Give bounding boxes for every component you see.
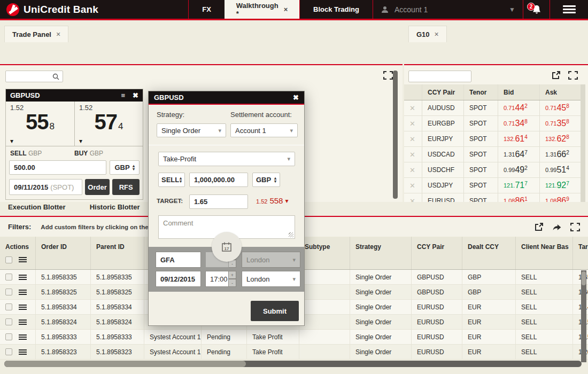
tab-close-icon[interactable]: × xyxy=(56,30,60,38)
ask-cell[interactable]: 0.99514 xyxy=(540,162,581,177)
tab-walkthrough[interactable]: Walkthrough * × xyxy=(225,0,299,19)
ask-cell[interactable]: 1.31662 xyxy=(540,147,581,162)
remove-row-icon[interactable]: ✕ xyxy=(409,182,415,190)
blotter-row[interactable]: 5.1.89583235.1.8958323Systest Account 1P… xyxy=(0,345,588,360)
row-menu-icon[interactable] xyxy=(19,274,27,281)
col-target[interactable]: Targ xyxy=(573,237,588,269)
popout-icon[interactable] xyxy=(552,71,561,80)
rates-row[interactable]: ✕USDCADSPOT1.316471.31662 xyxy=(404,147,581,162)
remove-row-icon[interactable]: ✕ xyxy=(409,120,415,128)
row-checkbox[interactable] xyxy=(5,348,12,355)
rates-scrollbar[interactable] xyxy=(581,84,585,202)
ask-cell[interactable]: 1.08869 xyxy=(540,193,581,202)
blotter-vertical-scrollbar[interactable] xyxy=(581,270,586,362)
row-menu-icon[interactable] xyxy=(19,303,27,311)
actions-menu-icon[interactable] xyxy=(19,256,27,263)
bid-cell[interactable]: 0.99492 xyxy=(498,162,540,177)
bid-cell[interactable]: 1.31647 xyxy=(498,147,540,162)
rates-row[interactable]: ✕EURUSDSPOT1.088611.08869 xyxy=(404,193,581,202)
col-subtype[interactable]: Subtype xyxy=(299,237,350,269)
blotter-row[interactable]: 5.1.89583335.1.8958333Systest Account 1P… xyxy=(0,330,588,345)
bid-cell[interactable]: 121.717 xyxy=(498,178,540,193)
ask-cell[interactable]: 132.628 xyxy=(540,131,581,146)
sell-price-tile[interactable]: 1.52 55 8 ▾ xyxy=(6,102,74,146)
share-icon[interactable] xyxy=(552,223,562,231)
submit-button[interactable]: Submit xyxy=(251,301,299,321)
calendar-toggle[interactable]: 17 xyxy=(212,232,242,262)
bid-cell[interactable]: 1.08861 xyxy=(498,193,540,202)
resize-handle-icon[interactable] xyxy=(289,232,293,237)
tab-fx[interactable]: FX xyxy=(188,0,225,19)
ask-cell[interactable]: 0.71458 xyxy=(540,100,581,115)
spinner-buttons[interactable]: +- xyxy=(229,271,236,287)
rates-row[interactable]: ✕EURJPYSPOT132.614132.628 xyxy=(404,131,581,147)
side-select[interactable]: SELL ▴▾ xyxy=(158,173,185,187)
remove-row-icon[interactable]: ✕ xyxy=(409,166,415,174)
amount-input[interactable]: 500.00 xyxy=(9,160,106,175)
fullscreen-icon[interactable] xyxy=(568,71,578,80)
expiry-time-input[interactable]: 17:00 xyxy=(205,271,229,287)
bid-cell[interactable]: 0.71442 xyxy=(498,100,540,115)
notifications-button[interactable]: 2 xyxy=(523,0,550,19)
tab-trade-panel[interactable]: Trade Panel × xyxy=(4,26,68,42)
col-ccy-pair[interactable]: CCY Pair xyxy=(412,237,462,269)
dialog-close-icon[interactable]: ✖ xyxy=(293,94,299,102)
row-menu-icon[interactable] xyxy=(19,348,27,356)
col-parent-id[interactable]: Parent ID xyxy=(91,237,144,269)
market-rate[interactable]: 1.52558 ▾ xyxy=(256,196,288,205)
col-order-id[interactable]: Order ID xyxy=(36,237,91,269)
col-tenor[interactable]: Tenor xyxy=(464,84,498,100)
col-ask[interactable]: Ask xyxy=(540,84,581,100)
dialog-currency-select[interactable]: GBP ▴▾ xyxy=(252,173,280,187)
buy-price-tile[interactable]: 1.52 57 4 ▾ xyxy=(74,102,143,146)
fullscreen-icon[interactable] xyxy=(570,223,580,231)
row-checkbox[interactable] xyxy=(5,333,12,340)
rates-row[interactable]: ✕USDJPYSPOT121.717121.927 xyxy=(404,178,581,193)
rfs-button[interactable]: RFS xyxy=(112,179,140,195)
row-menu-icon[interactable] xyxy=(19,318,27,326)
remove-row-icon[interactable]: ✕ xyxy=(409,135,415,143)
settlement-select[interactable]: Account 1 ▾ xyxy=(230,123,298,137)
tab-close-icon[interactable]: × xyxy=(435,30,439,38)
row-menu-icon[interactable] xyxy=(19,289,27,296)
row-menu-icon[interactable] xyxy=(19,333,27,341)
vertical-scrollbar-thumb[interactable] xyxy=(582,271,586,285)
expand-panel-icon[interactable] xyxy=(383,71,393,80)
remove-row-icon[interactable]: ✕ xyxy=(409,197,415,202)
row-checkbox[interactable] xyxy=(5,289,12,295)
popout-icon[interactable] xyxy=(535,223,544,231)
ask-cell[interactable]: 0.71358 xyxy=(540,116,581,131)
tab-g10[interactable]: G10 × xyxy=(408,26,447,42)
order-button[interactable]: Order xyxy=(85,179,110,195)
row-checkbox[interactable] xyxy=(5,303,12,310)
col-bid[interactable]: Bid xyxy=(498,84,540,100)
expiry-date-input[interactable]: 09/12/2015 xyxy=(156,271,201,287)
order-type-select[interactable]: Take-Profit ▾ xyxy=(158,152,295,166)
rates-row[interactable]: ✕USDCHFSPOT0.994920.99514 xyxy=(404,162,581,178)
horizontal-scrollbar[interactable] xyxy=(4,361,582,367)
account-selector[interactable]: Account 1 ▼ xyxy=(373,0,523,19)
rates-search-input[interactable] xyxy=(408,71,471,82)
col-client-near-base[interactable]: Client Near Bas xyxy=(516,237,573,269)
expiry-timezone-select[interactable]: London ▾ xyxy=(242,271,300,287)
remove-row-icon[interactable]: ✕ xyxy=(409,151,415,159)
currency-selector[interactable]: GBP ▴▾ xyxy=(110,160,140,175)
strategy-select[interactable]: Single Order ▾ xyxy=(157,123,226,137)
tab-close-icon[interactable]: × xyxy=(284,5,288,13)
tab-historic-blotter[interactable]: Historic Blotter xyxy=(90,203,140,211)
rates-row[interactable]: ✕EURGBPSPOT0.713480.71358 xyxy=(404,116,581,131)
target-input[interactable]: 1.65 xyxy=(189,194,248,209)
widget-close-icon[interactable]: ✖ xyxy=(133,91,138,99)
tab-execution-blotter[interactable]: Execution Blotter xyxy=(8,203,66,211)
value-date-input[interactable]: 09/11/2015 (SPOT) xyxy=(9,179,82,195)
main-menu-button[interactable] xyxy=(550,0,588,19)
col-strategy[interactable]: Strategy xyxy=(350,237,412,269)
horizontal-scrollbar-thumb[interactable] xyxy=(4,361,246,367)
bid-cell[interactable]: 132.614 xyxy=(498,131,540,146)
select-all-checkbox[interactable] xyxy=(5,256,12,263)
row-checkbox[interactable] xyxy=(5,274,12,280)
tab-block-trading[interactable]: Block Trading xyxy=(299,0,373,19)
row-checkbox[interactable] xyxy=(5,318,12,325)
left-panel-scrollbar[interactable] xyxy=(393,71,398,199)
instrument-search-input[interactable] xyxy=(5,71,63,82)
